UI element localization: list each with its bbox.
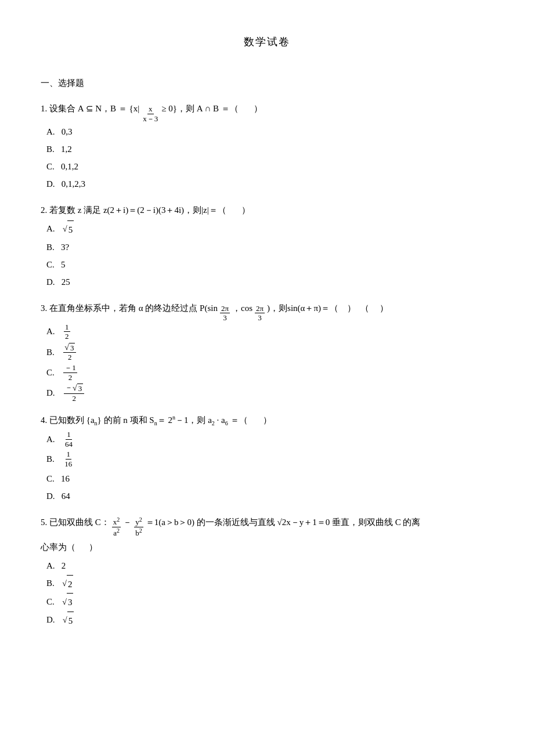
- q4-option-c-label: C. 16: [46, 470, 70, 487]
- q1-option-d: D. 0,1,2,3: [46, 175, 493, 193]
- q3-text: 3. 在直角坐标系中，若角 α 的终边经过点 P(sin 2π 3 ，cos 2…: [41, 299, 493, 323]
- q5-sqrt2: √2: [62, 575, 73, 593]
- question-4: 4. 已知数列 {an} 的前 n 项和 Sn＝ 2n－1，则 a2 · a6 …: [41, 411, 493, 504]
- q1-options: A. 0,3 B. 1,2 C. 0,1,2 D. 0,1,2,3: [46, 123, 493, 193]
- q5-text: 5. 已知双曲线 C： x2 a2 － y2 b2 ＝1(a＞b＞0) 的一条渐…: [41, 513, 493, 538]
- q3-a-frac: 1 2: [64, 323, 70, 341]
- q5-option-b-label: B.: [46, 574, 59, 592]
- q3-option-d-label: D.: [46, 385, 59, 401]
- q2-option-b-label: B. 3?: [46, 238, 69, 256]
- q3-cos-label: ，cos: [232, 299, 252, 318]
- q1-option-b-label: B. 1,2: [46, 140, 72, 158]
- q2-option-b: B. 3?: [46, 238, 493, 256]
- q5-option-a: A. 2: [46, 557, 493, 574]
- q4-option-d-label: D. 64: [46, 487, 70, 505]
- q3-option-b: B. √3 2: [46, 342, 493, 362]
- question-1: 1. 设集合 A ⊆ N，B ＝ {x| x x－3 ≥ 0}，则 A ∩ B …: [41, 99, 493, 193]
- q2-option-a-label: A.: [46, 220, 59, 237]
- q4-options: A. 1 64 B. 1 16 C. 16 D. 64: [46, 430, 493, 504]
- q5-eccentricity: 心率为（ ）: [41, 538, 98, 557]
- q1-option-c: C. 0,1,2: [46, 158, 493, 175]
- q3-option-b-label: B.: [46, 345, 59, 360]
- q4-option-c: C. 16: [46, 470, 493, 487]
- q1-fraction-denominator: x－3: [142, 114, 159, 124]
- q1-option-b: B. 1,2: [46, 140, 493, 158]
- q1-text-after: ≥ 0}，则 A ∩ B ＝（ ）: [161, 99, 262, 118]
- q2-content: 2. 若复数 z 满足 z(2＋i)＝(2－i)(3＋4i)，则|z|＝（ ）: [41, 201, 250, 220]
- q1-option-a-label: A. 0,3: [46, 123, 73, 140]
- q2-option-d: D. 25: [46, 273, 493, 291]
- q4-a-frac: 1 64: [64, 430, 74, 448]
- q3-prefix: 3. 在直角坐标系中，若角 α 的终边经过点 P(sin: [41, 299, 218, 318]
- q3-d-frac: －√3 2: [64, 383, 84, 403]
- question-5: 5. 已知双曲线 C： x2 a2 － y2 b2 ＝1(a＞b＞0) 的一条渐…: [41, 513, 493, 630]
- q5-suffix1: ＝1(a＞b＞0) 的一条渐近线与直线 √2x－y＋1＝0 垂直，则双曲线 C …: [146, 513, 421, 532]
- q4-b-frac: 1 16: [63, 450, 73, 468]
- q5-sqrt3: √3: [62, 593, 73, 611]
- section-1-title: 一、选择题: [41, 78, 493, 89]
- q5-minus: －: [123, 513, 132, 532]
- q3-option-c: C. －1 2: [46, 363, 493, 382]
- q4-option-d: D. 64: [46, 487, 493, 505]
- q2-options: A. √5 B. 3? C. 5 D. 25: [46, 220, 493, 291]
- q5-options: A. 2 B. √2 C. √3 D. √5: [46, 557, 493, 630]
- q2-option-c: C. 5: [46, 256, 493, 273]
- q1-option-d-label: D. 0,1,2,3: [46, 175, 85, 193]
- q3-option-a: A. 1 2: [46, 323, 493, 341]
- question-2: 2. 若复数 z 满足 z(2＋i)＝(2－i)(3＋4i)，则|z|＝（ ） …: [41, 201, 493, 291]
- q5-y-frac: y2 b2: [134, 516, 143, 538]
- q5-option-b: B. √2: [46, 574, 493, 593]
- q2-sqrt5-a: √5: [63, 220, 74, 238]
- q2-option-d-label: D. 25: [46, 273, 70, 291]
- q5-option-a-label: A. 2: [46, 557, 66, 574]
- q5-sqrt5: √5: [63, 612, 74, 630]
- q1-text: 1. 设集合 A ⊆ N，B ＝ {x| x x－3 ≥ 0}，则 A ∩ B …: [41, 99, 493, 123]
- q5-prefix: 5. 已知双曲线 C：: [41, 513, 110, 532]
- q1-fraction-numerator: x: [147, 104, 154, 114]
- q4-option-a: A. 1 64: [46, 430, 493, 448]
- q3-options: A. 1 2 B. √3 2 C. －1 2 D.: [46, 323, 493, 403]
- q3-c-frac: －1 2: [63, 363, 77, 382]
- q5-text2: 心率为（ ）: [41, 538, 493, 557]
- q4-content: 4. 已知数列 {an} 的前 n 项和 Sn＝ 2n－1，则 a2 · a6 …: [41, 411, 272, 430]
- q3-option-d: D. －√3 2: [46, 383, 493, 403]
- q3-option-c-label: C.: [46, 365, 59, 381]
- q2-option-a: A. √5: [46, 220, 493, 238]
- q5-x-frac: x2 a2: [112, 516, 121, 538]
- q4-option-b: B. 1 16: [46, 450, 493, 468]
- q3-suffix: )，则sin(α＋π)＝（ ） （ ）: [267, 299, 388, 318]
- question-3: 3. 在直角坐标系中，若角 α 的终边经过点 P(sin 2π 3 ，cos 2…: [41, 299, 493, 403]
- q3-cos-frac: 2π 3: [255, 304, 265, 323]
- q3-b-frac: √3 2: [63, 342, 76, 362]
- q3-option-a-label: A.: [46, 324, 59, 339]
- q2-option-c-label: C. 5: [46, 256, 66, 273]
- q1-fraction: x x－3: [142, 104, 159, 123]
- q1-option-c-label: C. 0,1,2: [46, 158, 78, 175]
- q4-option-b-label: B.: [46, 451, 59, 467]
- q4-option-a-label: A.: [46, 432, 59, 447]
- q1-number: 1. 设集合 A ⊆ N，B ＝ {x|: [41, 99, 139, 118]
- q5-option-c-label: C.: [46, 593, 59, 610]
- q2-text: 2. 若复数 z 满足 z(2＋i)＝(2－i)(3＋4i)，则|z|＝（ ）: [41, 201, 493, 220]
- q3-sin-frac: 2π 3: [220, 304, 230, 323]
- q5-option-c: C. √3: [46, 593, 493, 612]
- page-title: 数学试卷: [41, 35, 493, 49]
- q1-option-a: A. 0,3: [46, 123, 493, 140]
- q5-option-d: D. √5: [46, 611, 493, 630]
- q5-option-d-label: D.: [46, 611, 59, 628]
- q4-text: 4. 已知数列 {an} 的前 n 项和 Sn＝ 2n－1，则 a2 · a6 …: [41, 411, 493, 430]
